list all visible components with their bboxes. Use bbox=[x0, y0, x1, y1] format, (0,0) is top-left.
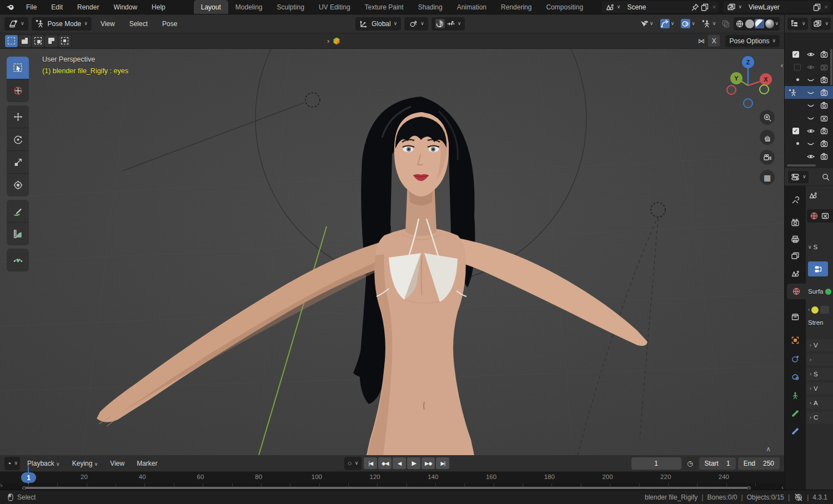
select-mode-extend-button[interactable] bbox=[18, 35, 31, 47]
eye-open-icon[interactable] bbox=[806, 50, 816, 59]
current-frame-badge[interactable]: 1 bbox=[21, 472, 36, 483]
datablock-browse-icon[interactable] bbox=[820, 211, 830, 221]
shading-wireframe-button[interactable] bbox=[735, 19, 744, 28]
camera-render-icon[interactable] bbox=[819, 139, 829, 148]
viewlayer-browse-button[interactable]: ∨ bbox=[723, 1, 745, 13]
tab-bone-constraints-icon[interactable] bbox=[785, 424, 806, 439]
zoom-icon[interactable] bbox=[760, 110, 775, 125]
frame-end-field[interactable]: End 250 bbox=[738, 457, 780, 470]
transform-orientation-selector[interactable]: Global ∨ bbox=[355, 17, 401, 31]
timeline-scrollbar-thumb[interactable] bbox=[23, 487, 750, 489]
tab-tool-icon[interactable] bbox=[785, 193, 806, 208]
tab-collection-icon[interactable] bbox=[785, 309, 806, 325]
menu-tl-view[interactable]: View bbox=[105, 460, 129, 467]
orthographic-grid-icon[interactable]: ▦ bbox=[760, 170, 775, 185]
tab-object-icon[interactable] bbox=[785, 332, 806, 348]
search-icon[interactable] bbox=[821, 172, 830, 182]
menu-marker[interactable]: Marker bbox=[132, 460, 162, 467]
xray-toggle[interactable] bbox=[721, 19, 730, 28]
breadcrumb-expand-icon[interactable]: › bbox=[327, 37, 329, 44]
outliner-row[interactable] bbox=[785, 150, 833, 163]
object-visibility-dropdown[interactable]: ∨ bbox=[638, 17, 655, 31]
workspace-tab-rendering[interactable]: Rendering bbox=[494, 0, 539, 14]
menu-file[interactable]: File bbox=[19, 0, 44, 14]
eye-open-icon[interactable] bbox=[806, 63, 816, 72]
menu-select[interactable]: Select bbox=[124, 20, 153, 28]
menu-render[interactable]: Render bbox=[70, 0, 106, 14]
camera-render-icon[interactable] bbox=[819, 127, 829, 135]
camera-render-icon[interactable] bbox=[819, 88, 829, 97]
navigation-gizmo[interactable]: Z Y X bbox=[722, 53, 777, 111]
workspace-tab-uv-editing[interactable]: UV Editing bbox=[312, 0, 358, 14]
outliner-editor-type-button[interactable]: ∨ bbox=[787, 18, 808, 30]
gizmo-axis-x-neg[interactable] bbox=[726, 85, 736, 95]
menu-edit[interactable]: Edit bbox=[44, 0, 70, 14]
checkbox-empty-icon[interactable] bbox=[794, 64, 801, 70]
outliner-row[interactable] bbox=[785, 61, 833, 73]
select-mode-subtract-button[interactable] bbox=[32, 35, 44, 47]
surface-panel-header[interactable]: ∨ S bbox=[808, 244, 817, 250]
tool-pose-breakdowner[interactable] bbox=[7, 249, 29, 271]
current-frame-field[interactable]: 1 bbox=[631, 457, 681, 470]
tab-constraints-icon[interactable] bbox=[785, 351, 806, 367]
color-field-row[interactable]: › bbox=[808, 306, 829, 314]
workspace-tab-modeling[interactable]: Modeling bbox=[228, 0, 270, 14]
strength-field-row[interactable]: Stren bbox=[808, 319, 824, 326]
tool-annotate[interactable] bbox=[7, 200, 29, 223]
tab-output-icon[interactable] bbox=[785, 231, 806, 247]
menu-view[interactable]: View bbox=[95, 20, 121, 28]
show-gizmo-toggle[interactable] bbox=[660, 19, 670, 28]
collapsed-panel-animation[interactable]: › A bbox=[807, 397, 833, 409]
workspace-tab-compositing[interactable]: Compositing bbox=[539, 0, 590, 14]
outliner-row[interactable]: ✓ bbox=[785, 48, 833, 61]
camera-render-icon[interactable] bbox=[819, 152, 829, 161]
viewlayer-name-field[interactable]: ViewLayer bbox=[745, 1, 812, 13]
show-overlays-toggle[interactable] bbox=[681, 19, 690, 28]
gizmo-axis-z-neg[interactable] bbox=[743, 98, 753, 108]
outliner-row-armature-selected[interactable] bbox=[785, 86, 833, 99]
viewport-3d[interactable]: User Perspective (1) blender file_Rigify… bbox=[0, 49, 784, 455]
new-viewlayer-button[interactable] bbox=[812, 2, 821, 12]
breadcrumb-scene-icon[interactable] bbox=[808, 190, 817, 200]
outliner-row[interactable] bbox=[785, 99, 833, 112]
chevron-right-icon[interactable]: › bbox=[1, 482, 3, 488]
play-reverse-button[interactable]: ◀ bbox=[393, 457, 406, 469]
scene-name-field[interactable]: Scene bbox=[624, 1, 690, 13]
camera-render-icon[interactable] bbox=[819, 50, 829, 59]
camera-disabled-icon[interactable] bbox=[819, 114, 829, 123]
outliner-vertical-scrollbar[interactable] bbox=[830, 49, 832, 85]
gizmo-axis-y[interactable]: Y bbox=[730, 72, 742, 84]
collapsed-panel-custom-properties[interactable]: › C bbox=[807, 411, 833, 424]
workspace-tab-layout[interactable]: Layout bbox=[194, 0, 228, 14]
jump-to-end-button[interactable]: ▶| bbox=[436, 457, 449, 469]
tool-rotate[interactable] bbox=[7, 128, 29, 151]
stopwatch-icon[interactable]: ◷ bbox=[684, 457, 697, 470]
surface-field-row[interactable]: Surfa bbox=[808, 288, 831, 295]
pose-display-dropdown[interactable]: ∨ bbox=[700, 17, 718, 31]
eye-open-icon[interactable] bbox=[806, 127, 816, 135]
tool-scale[interactable] bbox=[7, 151, 29, 174]
panel-expand-icon[interactable]: ∧ bbox=[766, 445, 771, 453]
outliner-row[interactable] bbox=[785, 112, 833, 124]
mode-selector[interactable]: Pose Mode ∨ bbox=[32, 17, 92, 31]
select-mode-invert-button[interactable] bbox=[45, 35, 58, 47]
gizmo-axis-z[interactable]: Z bbox=[742, 56, 754, 68]
snap-target-selector[interactable]: ∨ bbox=[404, 17, 428, 31]
menu-keying[interactable]: Keying ∨ bbox=[67, 460, 103, 467]
proportional-editing-icon[interactable] bbox=[435, 19, 445, 28]
frame-start-field[interactable]: Start 1 bbox=[699, 457, 736, 470]
select-mode-set-button[interactable] bbox=[5, 35, 18, 47]
tool-measure[interactable] bbox=[7, 223, 29, 245]
tool-move[interactable] bbox=[7, 105, 29, 128]
world-datablock-selector[interactable] bbox=[807, 209, 833, 223]
outliner-row[interactable] bbox=[785, 73, 833, 86]
eye-open-icon[interactable] bbox=[806, 152, 816, 161]
outliner-horizontal-scrollbar[interactable] bbox=[787, 164, 816, 167]
gizmo-axis-x[interactable]: X bbox=[760, 73, 772, 85]
checkbox-checked-icon[interactable]: ✓ bbox=[792, 128, 799, 134]
tab-world-icon[interactable] bbox=[787, 284, 806, 299]
color-value-stub[interactable] bbox=[820, 306, 829, 314]
collapsed-panel-volume[interactable]: › V bbox=[807, 339, 833, 351]
editor-type-button[interactable]: ∨ bbox=[4, 17, 28, 31]
tab-scene-icon[interactable] bbox=[785, 266, 806, 281]
